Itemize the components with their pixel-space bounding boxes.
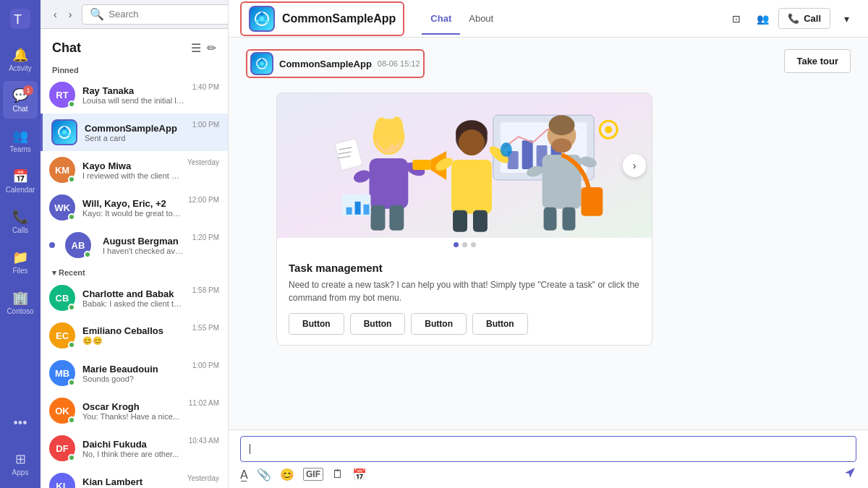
files-icon: 📁 — [12, 249, 28, 265]
gif-icon[interactable]: GIF — [303, 468, 323, 481]
chat-name-oscar: Oscar Krogh — [82, 401, 182, 412]
avatar-kayo: KM — [49, 157, 75, 183]
take-tour-button[interactable]: Take tour — [784, 49, 851, 73]
popout-icon[interactable]: ⊡ — [726, 9, 746, 29]
chat-name-charlotte: Charlotte and Babak — [82, 288, 185, 299]
chat-name-emiliano: Emiliano Ceballos — [82, 325, 185, 336]
sidebar-item-apps[interactable]: ⊞ Apps — [3, 445, 38, 482]
chat-time-kayo: Yesterday — [187, 158, 219, 166]
chat-item-charlotte[interactable]: CB Charlotte and Babak Babak: I asked th… — [41, 279, 228, 317]
main-chat-window: CommonSampleApp Chat About ⊡ 👥 📞 Call ▾ … — [229, 0, 868, 488]
sidebar-item-calls[interactable]: 📞 Calls — [3, 202, 38, 240]
activity-icon: 🔔 — [12, 47, 28, 63]
sidebar-item-calls-label: Calls — [12, 226, 28, 234]
apps-icon: ⊞ — [15, 451, 26, 467]
chat-time-commonsampleapp: 1:00 PM — [192, 121, 219, 129]
card-button-1[interactable]: Button — [289, 313, 344, 335]
teams-icon: 👥 — [12, 128, 28, 144]
sidebar-item-chat[interactable]: 1 💬 Chat — [3, 81, 38, 119]
input-area: A̲ 📎 😊 GIF 🗒 📅 — [229, 429, 868, 488]
chat-item-emiliano[interactable]: EC Emiliano Ceballos 😊😊 1:55 PM — [41, 317, 228, 354]
contoso-icon: 🏢 — [12, 290, 28, 306]
filter-icon[interactable]: ☰ — [191, 41, 201, 55]
svg-rect-52 — [544, 207, 557, 231]
unread-dot-august — [49, 242, 55, 248]
chat-header-right: ⊡ 👥 📞 Call ▾ — [726, 8, 856, 29]
format-icon[interactable]: A̲ — [240, 468, 248, 481]
ray-status — [68, 100, 75, 108]
svg-point-46 — [549, 115, 575, 135]
chat-item-august[interactable]: AB August Bergman I haven't checked avai… — [41, 226, 228, 264]
chat-item-oscar[interactable]: OK Oscar Krogh You: Thanks! Have a nice.… — [41, 392, 228, 429]
input-toolbar: A̲ 📎 😊 GIF 🗒 📅 — [240, 466, 856, 482]
chat-tabs: Chat About — [422, 2, 502, 35]
sidebar-item-teams[interactable]: 👥 Teams — [3, 121, 38, 159]
pinned-section-label: Pinned — [41, 61, 228, 76]
chat-preview-charlotte: Babak: I asked the client to send... — [82, 299, 185, 308]
search-input[interactable] — [109, 9, 229, 20]
card-next-button[interactable]: › — [623, 154, 646, 177]
svg-rect-21 — [522, 140, 533, 169]
sidebar-item-more[interactable]: ••• — [3, 404, 38, 442]
search-bar[interactable]: 🔍 — [82, 4, 229, 25]
card-image: › — [277, 93, 652, 238]
schedule-icon[interactable]: 📅 — [352, 468, 367, 481]
card-button-4[interactable]: Button — [472, 313, 528, 335]
svg-rect-29 — [370, 158, 409, 209]
chat-name-august: August Bergman — [103, 236, 185, 247]
message-input-box[interactable] — [240, 436, 856, 462]
chat-item-kayo[interactable]: KM Kayo Miwa I reviewed with the client … — [41, 151, 228, 189]
svg-point-11 — [255, 20, 258, 22]
chat-item-daichi[interactable]: DF Daichi Fukuda No, I think there are o… — [41, 429, 228, 467]
avatar-charlotte: CB — [49, 285, 75, 311]
sidebar-item-contoso[interactable]: 🏢 Contoso — [3, 283, 38, 321]
call-button[interactable]: 📞 Call — [778, 8, 830, 29]
card-body: Task management Need to create a new tas… — [277, 252, 652, 345]
chat-item-ray[interactable]: RT Ray Tanaka Louisa will send the initi… — [41, 76, 228, 114]
send-button[interactable] — [843, 466, 856, 482]
recent-collapse-icon[interactable]: ▾ — [52, 268, 59, 277]
chat-item-kian[interactable]: KL Kian Lambert Have you run this by Bet… — [41, 467, 228, 488]
chat-info-commonsampleapp: CommonSampleApp Sent a card — [85, 123, 185, 142]
back-button[interactable]: ‹ — [49, 6, 61, 23]
card-dots — [277, 238, 652, 252]
svg-point-4 — [63, 127, 66, 129]
people-icon[interactable]: 👥 — [752, 9, 773, 29]
chat-time-emiliano: 1:55 PM — [192, 324, 219, 332]
svg-point-10 — [265, 20, 268, 22]
svg-rect-34 — [371, 205, 386, 231]
message-area[interactable]: CommonSampleApp 08-06 15:12 — [229, 38, 868, 429]
chat-info-charlotte: Charlotte and Babak Babak: I asked the c… — [82, 288, 185, 308]
emoji-icon[interactable]: 😊 — [280, 468, 294, 481]
card-button-2[interactable]: Button — [350, 313, 406, 335]
compose-icon[interactable]: ✏ — [207, 41, 216, 55]
sticker-icon[interactable]: 🗒 — [332, 468, 344, 481]
chat-list-scroll[interactable]: Pinned RT Ray Tanaka Louisa will send th… — [41, 61, 228, 488]
chat-item-will[interactable]: WK Will, Kayo, Eric, +2 Kayo: It would b… — [41, 189, 228, 226]
sidebar-item-activity[interactable]: 🔔 Activity — [3, 40, 38, 78]
card-title: Task management — [289, 262, 640, 274]
svg-point-47 — [552, 138, 572, 153]
chat-preview-will: Kayo: It would be great to sync... — [82, 209, 181, 218]
sidebar-item-files[interactable]: 📁 Files — [3, 243, 38, 281]
call-dropdown-icon[interactable]: ▾ — [836, 9, 856, 29]
svg-rect-35 — [389, 205, 404, 231]
avatar-will: WK — [49, 194, 75, 221]
chat-name-commonsampleapp: CommonSampleApp — [85, 123, 185, 134]
august-status — [84, 251, 91, 258]
card-button-3[interactable]: Button — [411, 313, 467, 335]
chat-header-name: CommonSampleApp — [282, 12, 396, 25]
chat-preview-commonsampleapp: Sent a card — [85, 134, 185, 142]
tab-about[interactable]: About — [460, 2, 502, 35]
forward-button[interactable]: › — [64, 6, 77, 23]
sidebar-item-calendar[interactable]: 📅 Calendar — [3, 162, 38, 200]
avatar-commonsampleapp — [51, 119, 77, 145]
chat-info-ray: Ray Tanaka Louisa will send the initial … — [82, 85, 185, 105]
chat-item-commonsampleapp[interactable]: CommonSampleApp Sent a card 1:00 PM — [41, 114, 228, 151]
sidebar-item-activity-label: Activity — [9, 64, 32, 72]
tab-chat[interactable]: Chat — [422, 2, 460, 35]
attach-icon[interactable]: 📎 — [257, 468, 271, 481]
svg-rect-44 — [473, 210, 488, 232]
chat-item-marie[interactable]: MB Marie Beaudouin Sounds good? 1:00 PM — [41, 354, 228, 392]
teams-logo[interactable]: T — [7, 6, 33, 32]
